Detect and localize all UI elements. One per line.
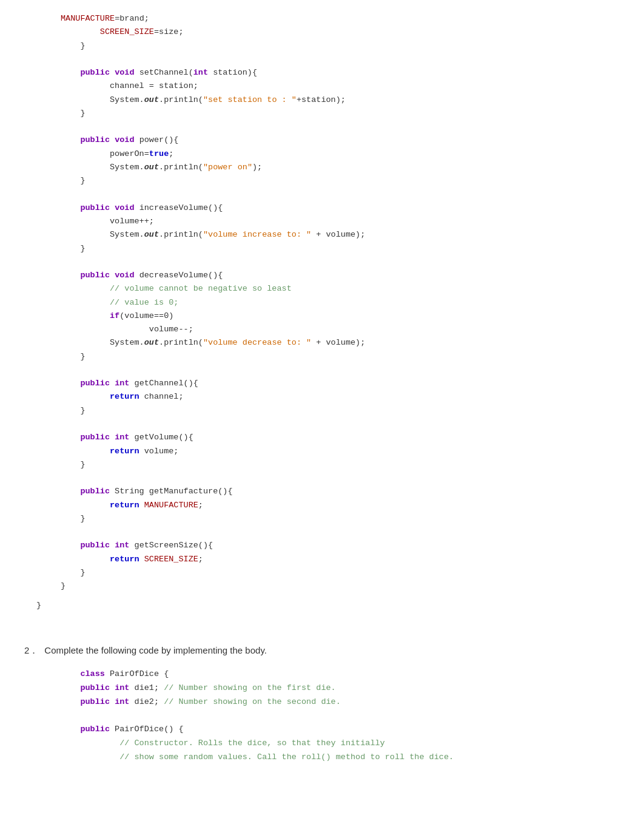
closing-brace: } xyxy=(36,599,620,612)
section-2-header: 2． Complete the following code by implem… xyxy=(24,643,620,658)
question-2-code: class PairOfDice { public int die1; // N… xyxy=(61,668,620,765)
code-content: MANUFACTURE=brand; SCREEN_SIZE=size; } p… xyxy=(61,12,620,593)
section-prompt: Complete the following code by implement… xyxy=(44,643,267,658)
section-number: 2． xyxy=(24,643,38,658)
